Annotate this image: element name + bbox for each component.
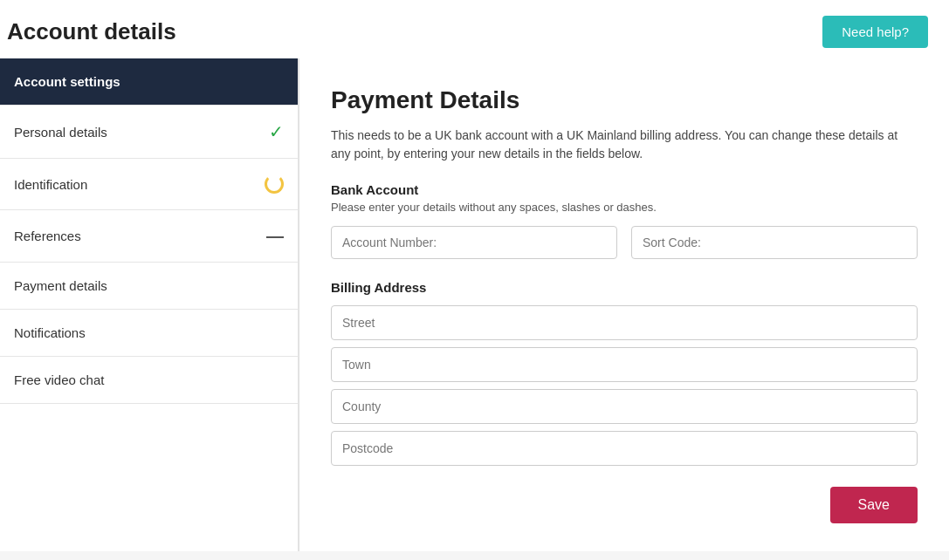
billing-address-label: Billing Address — [331, 280, 918, 295]
billing-address-section: Billing Address — [331, 280, 918, 466]
checkmark-icon: ✓ — [269, 121, 284, 142]
sidebar-item-references[interactable]: References — — [0, 210, 298, 263]
sidebar-item-notifications[interactable]: Notifications — [0, 310, 298, 357]
sidebar-item-label: Notifications — [14, 325, 284, 340]
save-row: Save — [331, 487, 918, 523]
sidebar-item-personal-details[interactable]: Personal details ✓ — [0, 106, 298, 159]
bank-account-sublabel: Please enter your details without any sp… — [331, 201, 918, 214]
sidebar-item-free-video-chat[interactable]: Free video chat — [0, 357, 298, 404]
sidebar-item-account-settings[interactable]: Account settings — [0, 58, 298, 106]
sidebar-item-identification[interactable]: Identification — [0, 159, 298, 210]
page-title: Account details — [7, 18, 176, 45]
sidebar-item-label: Payment details — [14, 278, 284, 293]
main-layout: Account settings Personal details ✓ Iden… — [0, 58, 949, 551]
sidebar-item-label: Account settings — [14, 74, 284, 89]
sidebar-item-label: Personal details — [14, 125, 269, 140]
need-help-button[interactable]: Need help? — [822, 16, 928, 48]
county-input[interactable] — [331, 389, 918, 424]
town-input[interactable] — [331, 347, 918, 382]
sidebar-item-label: References — [14, 229, 266, 243]
sidebar-item-label: Identification — [14, 177, 265, 192]
sidebar: Account settings Personal details ✓ Iden… — [0, 58, 299, 551]
content-area: Payment Details This needs to be a UK ba… — [299, 58, 949, 551]
page-header: Account details Need help? — [0, 0, 949, 58]
bank-account-section: Bank Account Please enter your details w… — [331, 182, 918, 259]
sidebar-item-payment-details[interactable]: Payment details — [0, 263, 298, 310]
save-button[interactable]: Save — [830, 487, 918, 523]
bank-row — [331, 226, 918, 259]
spinner-icon — [265, 174, 284, 194]
section-description: This needs to be a UK bank account with … — [331, 126, 918, 163]
account-number-input[interactable] — [331, 226, 617, 259]
sidebar-item-label: Free video chat — [14, 372, 284, 387]
postcode-input[interactable] — [331, 431, 918, 466]
street-input[interactable] — [331, 305, 918, 340]
bank-account-label: Bank Account — [331, 182, 918, 197]
dash-icon: — — [266, 226, 284, 246]
sort-code-input[interactable] — [631, 226, 918, 259]
section-title: Payment Details — [331, 86, 918, 114]
